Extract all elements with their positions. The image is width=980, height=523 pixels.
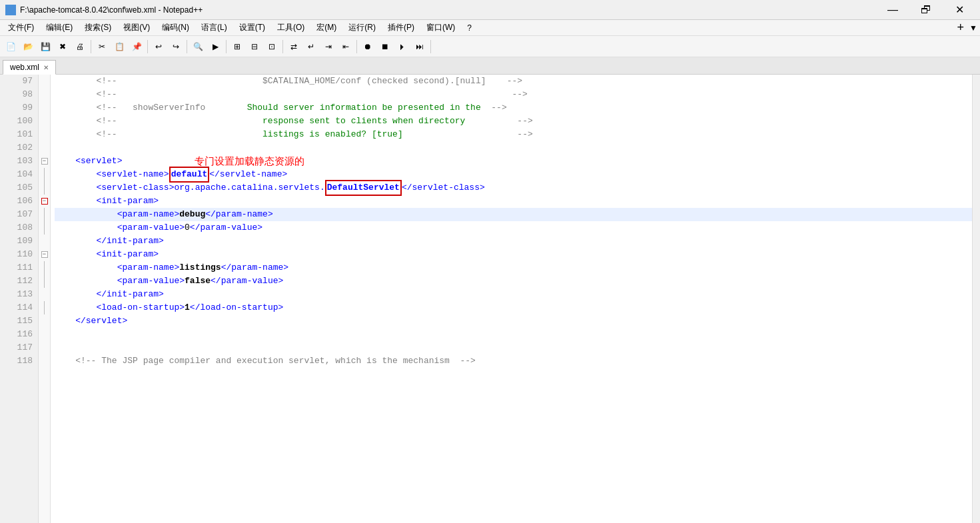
toolbar-print[interactable]: 🖨 bbox=[72, 39, 88, 55]
line-num-102: 102 bbox=[0, 141, 38, 155]
line-num-112: 112 bbox=[0, 274, 38, 288]
line-num-108: 108 bbox=[0, 221, 38, 235]
fold-box-106[interactable]: − bbox=[41, 198, 48, 205]
fold-line-114 bbox=[44, 301, 45, 314]
code-line-109: </init-param> bbox=[55, 235, 972, 248]
toolbar-zoom-in[interactable]: ⊞ bbox=[229, 39, 245, 55]
toolbar-new[interactable]: 📄 bbox=[3, 39, 19, 55]
tab-close-button[interactable]: ✕ bbox=[43, 64, 49, 71]
line-num-113: 113 bbox=[0, 288, 38, 301]
code-line-97: <!-- $CATALINA_HOME/conf (checked second… bbox=[55, 75, 972, 88]
line-num-103: 103 bbox=[0, 155, 38, 168]
code-line-118: <!-- The JSP page compiler and execution… bbox=[55, 354, 972, 368]
code-line-101: <!-- listings is enabled? [true] --> bbox=[55, 128, 972, 141]
code-103-indent bbox=[55, 155, 75, 168]
toolbar-sep-3 bbox=[187, 40, 187, 53]
line-num-111: 111 bbox=[0, 261, 38, 274]
pin-button[interactable]: + bbox=[953, 21, 969, 35]
toolbar-zoom-out[interactable]: ⊟ bbox=[246, 39, 262, 55]
toolbar-cut[interactable]: ✂ bbox=[94, 39, 110, 55]
fold-113 bbox=[39, 288, 50, 301]
toolbar-find[interactable]: 🔍 bbox=[190, 39, 206, 55]
tab-webxml[interactable]: web.xml ✕ bbox=[3, 60, 56, 75]
code-area[interactable]: <!-- $CATALINA_HOME/conf (checked second… bbox=[51, 75, 972, 523]
code-line-106: <init-param> bbox=[55, 195, 972, 208]
editor: 97 98 99 100 101 102 103 104 105 106 107… bbox=[0, 75, 980, 523]
chevron-down-icon[interactable]: ▼ bbox=[969, 23, 977, 33]
code-line-117 bbox=[55, 341, 972, 354]
fold-line-108 bbox=[44, 221, 45, 235]
toolbar-macro-run[interactable]: ⏭ bbox=[412, 39, 428, 55]
line-num-118: 118 bbox=[0, 354, 38, 368]
close-button[interactable]: ✕ bbox=[944, 0, 975, 20]
toolbar-copy[interactable]: 📋 bbox=[111, 39, 127, 55]
menu-tools[interactable]: 工具(O) bbox=[272, 21, 310, 35]
menu-file[interactable]: 文件(F) bbox=[3, 21, 39, 35]
window-title: F:\apache-tomcat-8.0.42\conf\web.xml - N… bbox=[20, 5, 203, 15]
fold-109 bbox=[39, 235, 50, 248]
toolbar-macro-stop[interactable]: ⏹ bbox=[377, 39, 393, 55]
toolbar-macro-play[interactable]: ⏵ bbox=[394, 39, 410, 55]
toolbar-redo[interactable]: ↪ bbox=[168, 39, 184, 55]
line-num-104: 104 bbox=[0, 168, 38, 181]
code-line-113: </init-param> bbox=[55, 288, 972, 301]
fold-102 bbox=[39, 141, 50, 155]
toolbar-close-all[interactable]: ✖ bbox=[55, 39, 71, 55]
fold-box-110[interactable]: − bbox=[41, 251, 48, 258]
toolbar-indent[interactable]: ⇥ bbox=[320, 39, 336, 55]
title-bar: F:\apache-tomcat-8.0.42\conf\web.xml - N… bbox=[0, 0, 980, 20]
line-num-110: 110 bbox=[0, 248, 38, 261]
fold-103[interactable]: − bbox=[39, 155, 50, 168]
fold-97 bbox=[39, 75, 50, 88]
toolbar-sep-2 bbox=[147, 40, 148, 53]
fold-106[interactable]: − bbox=[39, 195, 50, 208]
menu-run[interactable]: 运行(R) bbox=[343, 21, 381, 35]
toolbar-sep-4 bbox=[226, 40, 227, 53]
fold-107 bbox=[39, 208, 50, 221]
toolbar-macro-record[interactable]: ⏺ bbox=[360, 39, 376, 55]
menu-plugins[interactable]: 插件(P) bbox=[382, 21, 420, 35]
toolbar-find-next[interactable]: ▶ bbox=[207, 39, 223, 55]
menu-help[interactable]: ? bbox=[462, 22, 477, 34]
menu-macro[interactable]: 宏(M) bbox=[311, 21, 342, 35]
fold-104 bbox=[39, 168, 50, 181]
fold-116 bbox=[39, 328, 50, 341]
toolbar-paste[interactable]: 📌 bbox=[129, 39, 145, 55]
code-line-99: <!-- showServerInfo Should server inform… bbox=[55, 101, 972, 115]
toolbar-sync[interactable]: ⇄ bbox=[286, 39, 302, 55]
code-line-108: <param-value> 0 </param-value> bbox=[55, 221, 972, 235]
minimize-button[interactable]: — bbox=[877, 0, 908, 20]
tab-label: web.xml bbox=[10, 63, 39, 72]
line-num-115: 115 bbox=[0, 314, 38, 328]
toolbar-unindent[interactable]: ⇤ bbox=[338, 39, 354, 55]
menu-settings[interactable]: 设置(T) bbox=[234, 21, 270, 35]
fold-114 bbox=[39, 301, 50, 314]
menu-search[interactable]: 搜索(S) bbox=[79, 21, 117, 35]
toolbar-undo[interactable]: ↩ bbox=[151, 39, 167, 55]
fold-117 bbox=[39, 341, 50, 354]
fold-110[interactable]: − bbox=[39, 248, 50, 261]
code-line-114: <load-on-startup> 1 </load-on-startup> bbox=[55, 301, 972, 314]
toolbar-save[interactable]: 💾 bbox=[37, 39, 53, 55]
app-icon bbox=[5, 5, 16, 15]
menu-view[interactable]: 视图(V) bbox=[118, 21, 155, 35]
fold-box-103[interactable]: − bbox=[41, 158, 48, 165]
menu-language[interactable]: 语言(L) bbox=[196, 21, 233, 35]
menu-window[interactable]: 窗口(W) bbox=[421, 21, 460, 35]
fold-line-105 bbox=[44, 181, 45, 195]
menu-encoding[interactable]: 编码(N) bbox=[157, 21, 195, 35]
toolbar-open[interactable]: 📂 bbox=[20, 39, 36, 55]
toolbar-restore-zoom[interactable]: ⊡ bbox=[264, 39, 280, 55]
code-line-115: </servlet> bbox=[55, 314, 972, 328]
restore-button[interactable]: 🗗 bbox=[911, 0, 941, 20]
toolbar-sep-5 bbox=[282, 40, 283, 53]
vertical-scrollbar[interactable] bbox=[972, 75, 980, 523]
fold-line-111 bbox=[44, 261, 45, 274]
line-num-101: 101 bbox=[0, 128, 38, 141]
line-num-114: 114 bbox=[0, 301, 38, 314]
toolbar-word-wrap[interactable]: ↵ bbox=[303, 39, 319, 55]
code-line-111: <param-name> listings </param-name> bbox=[55, 261, 972, 274]
fold-105 bbox=[39, 181, 50, 195]
tab-bar: web.xml ✕ bbox=[0, 57, 980, 75]
menu-edit[interactable]: 编辑(E) bbox=[41, 21, 78, 35]
